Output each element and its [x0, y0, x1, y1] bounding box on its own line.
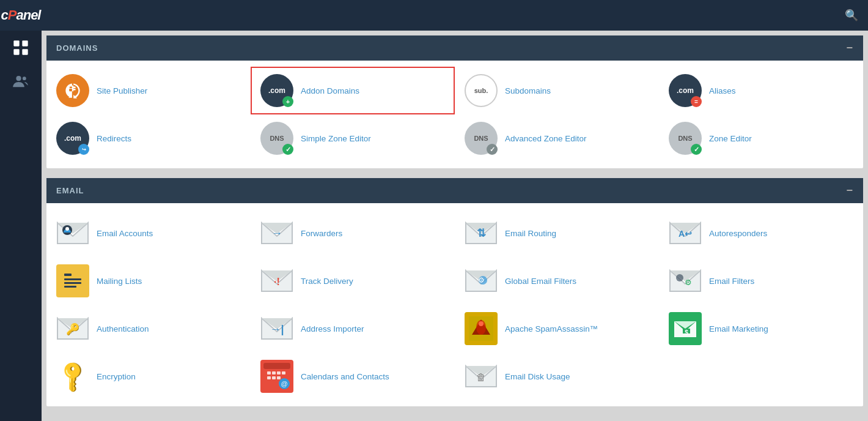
grid-item-email-disk-usage[interactable]: 🗑 Email Disk Usage: [455, 352, 659, 400]
grid-item-mailing-lists[interactable]: Mailing Lists: [46, 257, 251, 305]
svg-point-5: [23, 76, 26, 80]
domains-items-grid: Site Publisher .com + Addon Domains sub.…: [46, 61, 863, 168]
svg-text:⚙: ⚙: [685, 278, 692, 287]
domains-collapse-icon[interactable]: −: [846, 42, 853, 54]
addon-domains-badge: +: [282, 96, 293, 107]
svg-text:→: →: [271, 227, 282, 239]
addon-domains-label: Addon Domains: [301, 86, 359, 95]
email-marketing-label: Email Marketing: [709, 324, 768, 333]
grid-item-zone-editor[interactable]: DNS ✓ Zone Editor: [659, 114, 863, 162]
domains-section-title: DOMAINS: [56, 43, 98, 53]
svg-text:⚙: ⚙: [478, 276, 485, 285]
cpanel-logo-area: cPanel: [0, 0, 42, 31]
email-section: EMAIL − Email Accounts: [46, 178, 863, 406]
simple-zone-editor-icon: DNS ✓: [260, 122, 293, 155]
global-email-filters-label: Global Email Filters: [505, 277, 576, 286]
email-section-title: EMAIL: [56, 186, 84, 195]
svg-rect-21: [64, 278, 81, 280]
svg-point-43: [479, 321, 484, 326]
search-icon[interactable]: 🔍: [845, 9, 858, 22]
email-accounts-label: Email Accounts: [97, 229, 153, 238]
grid-item-encryption[interactable]: 🔑 Encryption: [46, 352, 251, 400]
grid-item-email-filters[interactable]: ⚙ Email Filters: [659, 257, 863, 305]
svg-rect-22: [64, 282, 81, 284]
global-email-filters-icon: ⚙: [465, 264, 498, 297]
grid-item-email-marketing[interactable]: $ Email Marketing: [659, 305, 863, 352]
advanced-zone-badge: ✓: [487, 144, 498, 155]
grid-item-address-importer[interactable]: →| Address Importer: [251, 305, 455, 352]
redirects-icon: .com ↪: [56, 122, 89, 155]
domains-section-header: DOMAINS −: [46, 35, 863, 61]
grid-item-email-routing[interactable]: ⇅ Email Routing: [455, 209, 659, 257]
svg-point-33: [676, 274, 683, 281]
grid-item-authentication[interactable]: 🔑 Authentication: [46, 305, 251, 352]
grid-item-email-accounts[interactable]: Email Accounts: [46, 209, 251, 257]
site-publisher-label: Site Publisher: [97, 86, 147, 95]
svg-point-9: [65, 227, 69, 231]
sidebar-item-home[interactable]: [0, 31, 42, 65]
email-routing-icon: ⇅: [465, 217, 498, 250]
aliases-label: Aliases: [709, 86, 736, 95]
grid-item-forwarders[interactable]: → Forwarders: [251, 209, 455, 257]
track-delivery-icon: ·!: [260, 264, 293, 297]
svg-text:$: $: [685, 329, 688, 336]
grid-item-subdomains[interactable]: sub. Subdomains: [455, 67, 659, 114]
email-accounts-icon: [56, 217, 89, 250]
cpanel-logo: cPanel: [1, 7, 41, 23]
address-importer-label: Address Importer: [301, 324, 364, 333]
svg-rect-23: [64, 286, 76, 288]
svg-rect-52: [272, 371, 276, 374]
svg-text:A↩: A↩: [679, 229, 692, 239]
authentication-label: Authentication: [97, 324, 149, 333]
svg-text:·!: ·!: [274, 277, 280, 287]
calendars-and-contacts-label: Calendars and Contacts: [301, 372, 389, 381]
main-content: 🔍 DOMAINS − Site Publisher .com + Addon …: [42, 0, 868, 421]
grid-item-advanced-zone-editor[interactable]: DNS ✓ Advanced Zone Editor: [455, 114, 659, 162]
apache-spamassassin-icon: [465, 312, 498, 345]
svg-rect-20: [64, 274, 72, 276]
svg-rect-51: [267, 371, 271, 374]
email-marketing-icon: $: [669, 312, 702, 345]
svg-text:🔑: 🔑: [66, 322, 80, 336]
aliases-icon: .com =: [669, 74, 702, 107]
grid-item-global-email-filters[interactable]: ⚙ Global Email Filters: [455, 257, 659, 305]
grid-item-apache-spamassassin[interactable]: Apache SpamAssassin™: [455, 305, 659, 352]
grid-item-addon-domains[interactable]: .com + Addon Domains: [251, 67, 455, 114]
redirects-badge: ↪: [78, 144, 89, 155]
email-section-header: EMAIL −: [46, 178, 863, 203]
mailing-lists-label: Mailing Lists: [97, 277, 142, 286]
email-items-grid: Email Accounts → Forwarders: [46, 203, 863, 406]
subdomains-label: Subdomains: [505, 86, 551, 95]
svg-rect-3: [22, 49, 28, 54]
simple-zone-editor-label: Simple Zone Editor: [301, 134, 371, 143]
svg-rect-57: [277, 376, 281, 379]
email-disk-usage-icon: 🗑: [465, 360, 498, 393]
aliases-badge: =: [691, 96, 702, 107]
site-publisher-icon: [56, 74, 89, 107]
sidebar-item-users[interactable]: [0, 65, 42, 99]
zone-editor-icon: DNS ✓: [669, 122, 702, 155]
grid-item-aliases[interactable]: .com = Aliases: [659, 67, 863, 114]
grid-item-simple-zone-editor[interactable]: DNS ✓ Simple Zone Editor: [251, 114, 455, 162]
grid-item-calendars-and-contacts[interactable]: @ Calendars and Contacts: [251, 352, 455, 400]
svg-rect-1: [22, 40, 28, 46]
svg-rect-54: [282, 371, 285, 374]
apache-spamassassin-label: Apache SpamAssassin™: [505, 324, 598, 333]
grid-item-autoresponders[interactable]: A↩ Autoresponders: [659, 209, 863, 257]
svg-rect-0: [13, 40, 19, 46]
zone-editor-label: Zone Editor: [709, 134, 752, 143]
grid-item-redirects[interactable]: .com ↪ Redirects: [46, 114, 251, 162]
email-collapse-icon[interactable]: −: [846, 184, 853, 197]
email-routing-label: Email Routing: [505, 229, 556, 238]
svg-rect-56: [272, 376, 276, 379]
grid-item-track-delivery[interactable]: ·! Track Delivery: [251, 257, 455, 305]
svg-text:→|: →|: [270, 323, 284, 335]
grid-item-site-publisher[interactable]: Site Publisher: [46, 67, 251, 114]
advanced-zone-editor-label: Advanced Zone Editor: [505, 134, 587, 143]
svg-rect-50: [263, 363, 290, 369]
email-filters-icon: ⚙: [669, 264, 702, 297]
topbar: 🔍: [42, 0, 868, 31]
redirects-label: Redirects: [97, 134, 131, 143]
svg-point-4: [16, 76, 21, 81]
encryption-label: Encryption: [97, 372, 136, 381]
